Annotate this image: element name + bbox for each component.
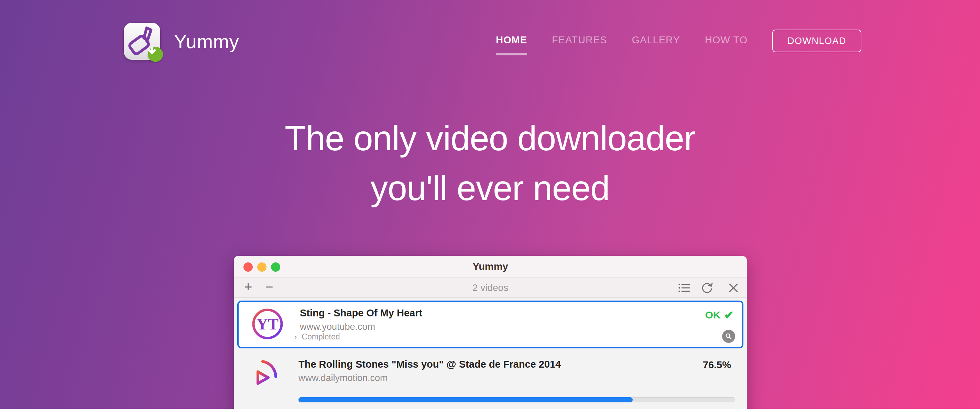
x-icon <box>728 283 738 293</box>
close-window-button[interactable] <box>243 262 253 272</box>
video-url: www.youtube.com <box>300 321 422 332</box>
toolbar-right-group <box>673 278 747 298</box>
dailymotion-source-icon <box>250 359 282 393</box>
clear-list-button[interactable] <box>721 283 747 293</box>
row-text-block: The Rolling Stones "Miss you" @ Stade de… <box>299 359 561 383</box>
magnifier-icon <box>725 333 732 340</box>
video-count-status: 2 videos <box>234 282 747 293</box>
download-badge-icon <box>148 47 163 62</box>
refresh-icon <box>701 282 713 294</box>
hero-headline: The only video downloader you'll ever ne… <box>0 113 980 213</box>
headline-line1: The only video downloader <box>0 113 980 163</box>
brand-name: Yummy <box>174 30 239 52</box>
download-row-dailymotion[interactable]: The Rolling Stones "Miss you" @ Stade de… <box>237 351 743 409</box>
svg-text:YT: YT <box>256 315 278 333</box>
traffic-lights <box>243 256 280 278</box>
app-window: Yummy + − 2 videos <box>234 256 747 409</box>
video-title: The Rolling Stones "Miss you" @ Stade de… <box>299 359 561 370</box>
zoom-window-button[interactable] <box>271 262 280 272</box>
hero-section: Yummy HOME FEATURES GALLERY HOW TO DOWNL… <box>0 0 980 409</box>
nav-item-gallery[interactable]: GALLERY <box>632 34 680 48</box>
youtube-source-icon: YT <box>252 308 283 341</box>
video-title: Sting - Shape Of My Heart <box>300 307 422 319</box>
site-header: Yummy HOME FEATURES GALLERY HOW TO DOWNL… <box>0 0 980 79</box>
video-url: www.dailymotion.com <box>299 373 561 383</box>
brand[interactable]: Yummy <box>124 23 239 60</box>
nav-item-home[interactable]: HOME <box>496 34 527 48</box>
window-title: Yummy <box>473 261 508 272</box>
nav-item-howto[interactable]: HOW TO <box>705 34 748 48</box>
chevron-right-icon: › <box>294 332 297 342</box>
progress-bar <box>299 397 735 402</box>
list-icon <box>678 283 690 293</box>
download-list: YT Sting - Shape Of My Heart www.youtube… <box>234 301 747 409</box>
status-line[interactable]: › Completed <box>294 332 340 342</box>
progress-bar-fill <box>299 397 633 402</box>
nav-item-features[interactable]: FEATURES <box>552 34 607 48</box>
refresh-button[interactable] <box>696 282 718 294</box>
window-toolbar: + − 2 videos <box>234 278 747 298</box>
next-section-edge <box>0 409 980 412</box>
window-titlebar[interactable]: Yummy <box>234 256 747 278</box>
status-label: Completed <box>302 332 340 342</box>
download-button[interactable]: DOWNLOAD <box>772 30 861 52</box>
row-text-block: Sting - Shape Of My Heart www.youtube.co… <box>300 307 422 332</box>
main-nav: HOME FEATURES GALLERY HOW TO DOWNLOAD <box>496 30 861 52</box>
checkmark-icon: ✔ <box>724 308 734 322</box>
toolbar-divider <box>720 278 720 298</box>
list-view-button[interactable] <box>673 283 696 293</box>
headline-line2: you'll ever need <box>0 163 980 213</box>
ok-label: OK <box>705 309 721 321</box>
download-row-youtube[interactable]: YT Sting - Shape Of My Heart www.youtube… <box>237 301 743 348</box>
result-block: OK ✔ <box>705 308 734 322</box>
app-logo-icon <box>124 23 160 60</box>
minimize-window-button[interactable] <box>257 262 266 272</box>
reveal-in-finder-button[interactable] <box>722 330 735 343</box>
progress-percent: 76.5% <box>703 360 731 371</box>
